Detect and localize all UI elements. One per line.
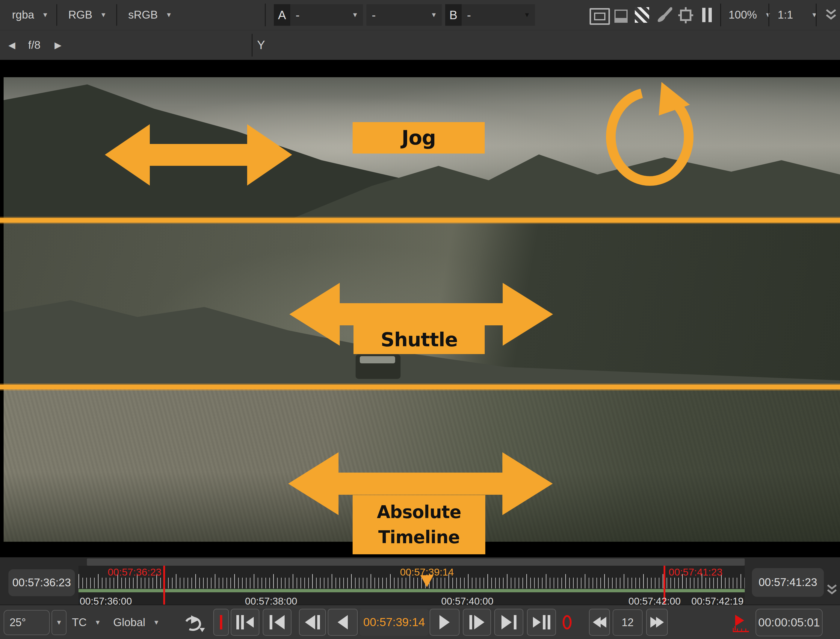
viewer-window: rgba ▼ RGB ▼ sRGB ▼ A - ▼ - ▼ B - ▼ (0, 0, 840, 639)
playback-mode-button[interactable] (182, 615, 206, 633)
chevron-down-icon: ▼ (524, 11, 530, 19)
gamma-label: Y (257, 30, 265, 60)
fstop-label: f/8 (28, 30, 40, 60)
monitor-output-button[interactable] (590, 8, 610, 25)
timecode-mode-dropdown[interactable]: TC ▼ (72, 605, 101, 639)
paint-setup-button[interactable] (656, 6, 672, 23)
out-point-icon (563, 615, 572, 629)
viewer-toolbar: rgba ▼ RGB ▼ sRGB ▼ A - ▼ - ▼ B - ▼ (0, 0, 840, 30)
shuttle-timeline-divider-line (0, 385, 840, 389)
zoom-dropdown[interactable]: 100% ▼ (728, 0, 771, 30)
in-marker-label: 00:57:36:23 (108, 566, 161, 578)
duration-timecode-display[interactable]: 00:00:05:01 (756, 609, 822, 636)
viewer-process-dropdown[interactable]: sRGB ▼ (128, 0, 172, 30)
pause-icon (702, 8, 706, 22)
next-icon (502, 615, 512, 629)
skip-end-icon (533, 617, 541, 628)
timeline-ruler[interactable]: 00:57:36:23 00:57:39:14 00:57:41:23 00:5… (78, 566, 745, 605)
go-to-end-button[interactable] (527, 609, 556, 636)
format-gate-icon (678, 7, 693, 23)
frame-increment-input[interactable]: 12 (613, 609, 642, 636)
input-a-value: - (290, 8, 344, 22)
fstop-down-button[interactable]: ◀ (8, 30, 15, 60)
transport-bar: 25° ▼ TC ▼ Global ▼ (0, 605, 840, 639)
jump-forward-button[interactable] (646, 609, 668, 636)
step-back-button[interactable] (299, 609, 326, 636)
chevron-down-icon: ▼ (765, 11, 771, 19)
viewer-process-value: sRGB (128, 9, 158, 21)
input-b-value: - (462, 8, 516, 22)
frame-range-dropdown[interactable]: Global ▼ (113, 605, 160, 639)
in-timecode-box[interactable]: 00:57:36:23 (8, 569, 75, 596)
fstop-up-button[interactable]: ▶ (54, 30, 61, 60)
collapse-toolbar-button[interactable] (826, 9, 837, 21)
chevron-down-icon: ▼ (56, 618, 62, 626)
collapse-timeline-button[interactable] (827, 584, 837, 596)
step-forward-icon (474, 615, 485, 629)
separator (816, 3, 817, 26)
separator (768, 3, 769, 26)
chevron-down-icon: ▼ (94, 618, 101, 626)
input-a-label: A (274, 4, 290, 26)
skip-start-icon (246, 617, 254, 628)
next-increment-button[interactable] (494, 609, 523, 636)
out-point-button[interactable] (559, 609, 575, 636)
pause-updates-button[interactable] (702, 8, 712, 22)
exposure-toolbar: ◀ f/8 ▶ 1 0.015625 0.1 1 10 64 Y 1 (0, 30, 840, 60)
chevron-down-icon: ▼ (430, 11, 437, 19)
chevron-down-icon: ▼ (100, 11, 107, 19)
proxy-icon (614, 10, 628, 23)
proxy-toggle-button[interactable] (614, 10, 628, 23)
fps-field[interactable]: 25° (3, 610, 50, 635)
cached-frames-bar (78, 589, 745, 592)
jump-back-button[interactable] (589, 609, 610, 636)
pixel-aspect-value: 1:1 (778, 9, 793, 21)
paintbrush-icon (656, 6, 672, 23)
input-b-selector[interactable]: B - ▼ (445, 4, 535, 26)
display-mode-dropdown[interactable]: RGB ▼ (68, 0, 107, 30)
jog-label: Jog (352, 122, 485, 154)
pixel-aspect-dropdown[interactable]: 1:1 ▼ (778, 0, 814, 30)
chevron-down-icon: ▼ (42, 11, 49, 19)
separator (252, 34, 253, 57)
double-chevron-down-icon (827, 584, 837, 596)
jog-shuttle-divider-line (0, 218, 840, 223)
previous-increment-button[interactable] (263, 609, 292, 636)
play-icon (440, 615, 449, 629)
absolute-timeline-label: Absolute Timeline (352, 495, 485, 554)
display-mode-value: RGB (68, 9, 92, 21)
channels-dropdown[interactable]: rgba ▼ (12, 0, 49, 30)
in-point-button[interactable] (213, 609, 229, 636)
roi-button[interactable] (635, 7, 649, 23)
fast-forward-icon (656, 617, 664, 628)
chevron-down-icon: ▼ (352, 11, 358, 19)
viewer-canvas[interactable]: Jog Shuttle Absolute Timeline (0, 60, 840, 557)
chevron-down-icon: ▼ (166, 11, 172, 19)
red-playhead-ruler-icon (732, 614, 749, 633)
out-timecode-box[interactable]: 00:57:41:23 (752, 568, 824, 597)
playhead-triangle[interactable] (420, 575, 434, 587)
current-timecode-display[interactable]: 00:57:39:14 (360, 609, 429, 636)
wipe-mode-selector[interactable]: - ▼ (367, 4, 442, 26)
separator (56, 4, 57, 26)
monitor-icon (590, 8, 610, 25)
input-a-selector[interactable]: A - ▼ (274, 4, 363, 26)
zoom-value: 100% (728, 9, 757, 21)
input-b-label: B (445, 4, 462, 26)
play-forward-button[interactable] (430, 609, 459, 636)
play-backward-button[interactable] (328, 609, 358, 636)
gate-display-button[interactable] (678, 7, 693, 23)
letterbox-top (0, 60, 840, 77)
separator (265, 3, 266, 26)
separator (116, 4, 117, 26)
fps-dropdown-button[interactable]: ▼ (51, 610, 67, 635)
jog-circle-arrow (600, 80, 699, 245)
fast-backward-icon (599, 617, 606, 628)
step-forward-button[interactable] (463, 609, 491, 636)
prev-icon (274, 615, 285, 629)
out-marker-label: 00:57:41:23 (669, 566, 722, 578)
timeline-scrollbar[interactable] (87, 558, 745, 566)
loop-icon (182, 615, 206, 633)
go-to-start-button[interactable] (231, 609, 260, 636)
play-back-icon (338, 615, 348, 629)
